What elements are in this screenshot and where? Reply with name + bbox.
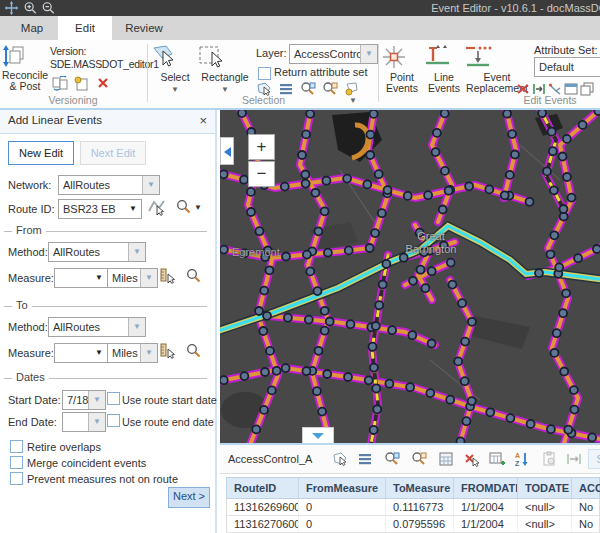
from-zoom-measure-icon[interactable] [186,268,201,283]
attribute-set-label: Attribute Set: [534,44,598,56]
table-pan-selected-icon[interactable] [411,451,427,467]
to-method-dropdown[interactable]: AllRoutes ▼ [48,317,146,337]
event-replacement-icon [464,44,492,70]
map-view[interactable]: Egremont Great Barrington + − [220,110,600,443]
from-method-caret-icon[interactable]: ▼ [128,243,145,261]
pan-icon[interactable] [4,1,19,15]
merge-coincident-checkbox[interactable] [10,456,23,469]
to-measure-combo[interactable]: ▼ [54,343,108,363]
end-date-combo[interactable]: ▼ [62,412,106,432]
to-zoom-measure-icon[interactable] [186,343,201,358]
new-edit-button[interactable]: New Edit [8,141,74,165]
zoom-to-route-icon[interactable] [176,199,191,214]
return-attribute-set-label: Return attribute set [274,66,368,78]
attribute-set-dropdown[interactable]: Default [534,57,600,77]
from-unit-caret-icon[interactable]: ▼ [140,269,157,287]
to-method-value: AllRoutes [53,321,100,333]
col-fromdate[interactable]: FROMDATE [454,478,518,498]
table-clear-selection-icon[interactable] [464,451,480,467]
map-zoom-out-button[interactable]: − [248,161,275,187]
rectangle-button[interactable]: Rectangle▼ [198,44,252,94]
to-unit-caret-icon[interactable]: ▼ [140,344,157,362]
to-method-caret-icon[interactable]: ▼ [128,318,145,336]
use-route-start-date-checkbox[interactable] [107,392,120,405]
from-method-label: Method: [8,246,48,258]
tab-review[interactable]: Review [112,16,176,40]
start-date-caret-icon[interactable]: ▼ [88,391,105,409]
col-tomeasure[interactable]: ToMeasure [386,478,454,498]
point-events-button[interactable]: Point Events [381,44,423,94]
layer-dropdown[interactable]: AccessControl_A ▼ [289,44,378,64]
collapse-table-button[interactable] [302,427,334,443]
table-select-shape-icon[interactable] [332,451,348,467]
table-save-button[interactable]: Save [588,449,600,469]
reconcile-post-button[interactable]: Reconcile & Post [2,44,48,92]
table-zoom-selected-icon[interactable] [384,451,400,467]
col-todate[interactable]: TODATE [518,478,572,498]
line-events-button[interactable]: Line Events [424,44,464,94]
dates-legend: Dates [12,371,49,383]
use-route-end-date-checkbox[interactable] [107,414,120,427]
cell: 0.0795596 [386,516,454,532]
new-version-icon[interactable] [74,76,90,91]
select-caret-icon: ▼ [171,85,179,94]
zoom-in-icon[interactable] [23,1,38,15]
from-measure-combo[interactable]: ▼ [54,268,108,288]
from-unit-dropdown[interactable]: Miles ▼ [107,268,158,288]
map-canvas [220,110,600,443]
tab-edit[interactable]: Edit [58,16,112,40]
start-date-combo[interactable]: 7/18/ ▼ [62,390,106,410]
to-measure-caret-icon[interactable]: ▼ [95,344,103,362]
table-sort-icon[interactable]: A Z [514,451,530,467]
route-id-combo[interactable]: BSR23 EB ▼ [58,199,142,219]
to-unit-dropdown[interactable]: Miles ▼ [107,343,158,363]
merge-coincident-label: Merge coincident events [27,457,146,469]
table-select-attributes-icon[interactable] [357,451,373,467]
select-route-on-map-icon[interactable] [148,198,166,216]
prevent-measures-checkbox[interactable] [10,472,23,485]
title-bar: Event Editor - v10.6.1 - docMassDOT [0,0,600,16]
col-access[interactable]: ACCESS [572,478,600,498]
network-caret-icon[interactable]: ▼ [142,176,159,194]
zoom-out-icon[interactable] [41,1,56,15]
layer-caret-icon[interactable]: ▼ [360,45,377,63]
next-button[interactable]: Next > [168,487,210,508]
network-dropdown[interactable]: AllRoutes ▼ [58,175,160,195]
delete-version-icon[interactable] [96,76,110,90]
table-row[interactable]: 11316270600 0 0.0795596 1/1/2004 <null> … [226,516,600,533]
zoom-route-caret-icon[interactable]: ▼ [194,203,202,212]
map-zoom-in-button[interactable]: + [248,134,275,160]
table-add-record-icon[interactable] [489,451,505,467]
table-row[interactable]: 11316269600 0 0.1116773 1/1/2004 <null> … [226,499,600,516]
cell: 0.1116773 [386,499,454,515]
network-label: Network: [8,179,51,191]
use-route-start-date-label: Use route start date [122,394,217,406]
return-attribute-set-checkbox[interactable] [258,67,271,80]
to-pick-measure-icon[interactable] [160,342,177,359]
collapse-panel-button[interactable] [220,137,234,165]
tab-map[interactable]: Map [6,16,58,40]
from-method-dropdown[interactable]: AllRoutes ▼ [48,242,146,262]
route-id-caret-icon[interactable]: ▼ [129,200,137,218]
version-label: Version: [50,45,86,57]
from-pick-measure-icon[interactable] [160,267,177,284]
window-title: Event Editor - v10.6.1 - docMassDOT [431,2,600,14]
route-id-label: Route ID: [8,203,54,215]
from-measure-caret-icon[interactable]: ▼ [95,269,103,287]
cell: 0 [299,516,386,532]
change-version-icon[interactable] [52,76,68,91]
end-date-caret-icon[interactable]: ▼ [88,413,105,431]
attribute-set-value: Default [539,61,574,73]
table-calculate-icon[interactable] [438,451,454,467]
col-frommeasure[interactable]: FromMeasure [299,478,386,498]
add-linear-events-panel: Add Linear Events × New Edit Next Edit N… [0,110,217,533]
table-split-icon[interactable] [566,451,582,467]
next-edit-button[interactable]: Next Edit [80,141,146,165]
collapse-down-icon [312,433,324,439]
retire-overlaps-checkbox[interactable] [10,440,23,453]
panel-close-icon[interactable]: × [199,113,207,128]
col-routeid[interactable]: RouteID [227,478,299,498]
table-paste-icon[interactable] [541,451,557,467]
select-button[interactable]: Select▼ [152,44,198,94]
cell: 1/1/2004 [454,499,518,515]
